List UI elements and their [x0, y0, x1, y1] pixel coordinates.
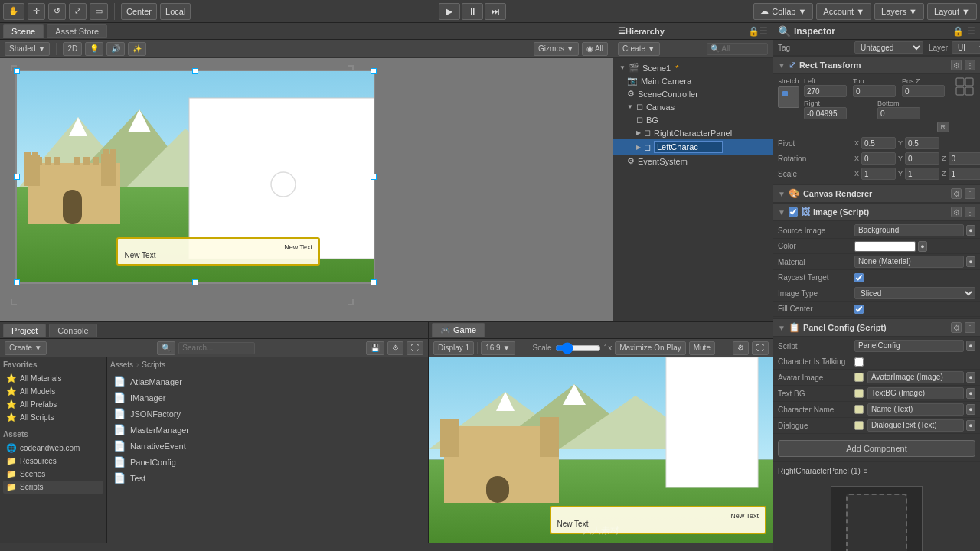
- scale-y[interactable]: [905, 168, 939, 180]
- light-button[interactable]: 💡: [85, 42, 103, 56]
- hierarchy-item-scenecontroller[interactable]: ⚙ SceneController: [613, 87, 773, 100]
- right-input[interactable]: [804, 107, 847, 119]
- rect-transform-section[interactable]: ▼ ⤢ Rect Transform ⚙ ⋮: [773, 56, 980, 74]
- proj-settings-btn[interactable]: ⚙: [387, 341, 403, 355]
- rt-gear[interactable]: ⚙: [951, 60, 962, 70]
- mute-btn[interactable]: Mute: [689, 341, 715, 355]
- asset-scenes[interactable]: 📁 Scenes: [3, 468, 103, 481]
- shaded-dropdown[interactable]: Shaded ▼: [5, 42, 50, 56]
- 2d-button[interactable]: 2D: [63, 42, 82, 56]
- play-button[interactable]: ▶: [439, 3, 460, 20]
- gizmos-dropdown[interactable]: Gizmos ▼: [534, 42, 579, 56]
- fill-center-checkbox[interactable]: [854, 305, 864, 314]
- script-jsonfactory[interactable]: 📄 JSONFactory: [110, 406, 425, 422]
- game-maximize[interactable]: ⛶: [752, 341, 769, 355]
- rt-reset-btn[interactable]: R: [937, 122, 950, 132]
- scene-tab[interactable]: Scene: [3, 24, 44, 38]
- script-imanager[interactable]: 📄 IManager: [110, 390, 425, 406]
- is-more[interactable]: ⋮: [965, 207, 975, 217]
- scale-z[interactable]: [949, 168, 980, 180]
- leftchar-name-input[interactable]: [654, 141, 723, 153]
- hierarchy-item-rightchar[interactable]: ▶ ◻ RightCharacterPanel: [613, 126, 773, 139]
- maximize-play-btn[interactable]: Maximize On Play: [615, 341, 686, 355]
- handle-mid-left[interactable]: [14, 174, 20, 180]
- hierarchy-item-bg[interactable]: ◻ BG: [613, 113, 773, 126]
- tag-select[interactable]: Untagged: [854, 41, 923, 54]
- dialogue-dot[interactable]: ●: [966, 420, 975, 431]
- display-dropdown[interactable]: Display 1: [433, 341, 474, 355]
- handle-bot-center[interactable]: [192, 279, 198, 285]
- tool-move[interactable]: ✛: [28, 3, 45, 20]
- pc-gear[interactable]: ⚙: [951, 322, 962, 333]
- fav-all-prefabs[interactable]: ⭐ All Prefabs: [3, 398, 103, 411]
- scale-slider[interactable]: [555, 344, 601, 353]
- layout-button[interactable]: Layout ▼: [927, 3, 977, 20]
- all-layers-dropdown[interactable]: ◉ All: [582, 42, 608, 56]
- handle-top-right[interactable]: [371, 68, 377, 74]
- local-toggle[interactable]: Local: [160, 3, 191, 20]
- source-image-field[interactable]: Background: [854, 224, 964, 236]
- pc-more[interactable]: ⋮: [965, 322, 975, 333]
- layers-button[interactable]: Layers ▼: [874, 3, 924, 20]
- ratio-dropdown[interactable]: 16:9 ▼: [481, 341, 514, 355]
- rt-more[interactable]: ⋮: [965, 60, 975, 70]
- script-narrativeevent[interactable]: 📄 NarrativeEvent: [110, 438, 425, 454]
- script-test[interactable]: 📄 Test: [110, 470, 425, 486]
- raycast-checkbox[interactable]: [854, 273, 864, 282]
- hierarchy-menu[interactable]: ☰: [760, 26, 768, 37]
- hierarchy-item-scene[interactable]: ▼ 🎬 Scene1 *: [613, 61, 773, 74]
- left-input[interactable]: [804, 85, 847, 97]
- rot-x[interactable]: [861, 152, 896, 165]
- effects-button[interactable]: ✨: [128, 42, 146, 56]
- game-settings[interactable]: ⚙: [733, 341, 749, 355]
- charname-dot[interactable]: ●: [966, 404, 975, 415]
- posz-input[interactable]: [902, 85, 945, 97]
- save-layout-btn[interactable]: 💾: [366, 341, 384, 355]
- hierarchy-search[interactable]: [707, 43, 768, 55]
- handle-mid-right[interactable]: [371, 174, 377, 180]
- color-swatch[interactable]: [854, 241, 916, 252]
- add-component-button[interactable]: Add Component: [778, 440, 975, 457]
- hierarchy-item-eventsystem[interactable]: ⚙ EventSystem: [613, 155, 773, 168]
- bottom-input[interactable]: [877, 107, 920, 119]
- account-button[interactable]: Account ▼: [816, 3, 871, 20]
- asset-resources[interactable]: 📁 Resources: [3, 455, 103, 468]
- asset-codeandweb[interactable]: 🌐 codeandweb.com: [3, 442, 103, 455]
- asset-store-tab[interactable]: Asset Store: [47, 24, 107, 38]
- cr-gear[interactable]: ⚙: [951, 188, 962, 199]
- script-field[interactable]: PanelConfig: [854, 340, 964, 352]
- collab-button[interactable]: ☁ Collab ▼: [753, 3, 813, 20]
- asset-scripts[interactable]: 📁 Scripts: [3, 481, 103, 494]
- is-gear[interactable]: ⚙: [951, 207, 962, 217]
- scale-x[interactable]: [861, 168, 896, 180]
- source-image-dot[interactable]: ●: [966, 225, 975, 236]
- dialogue-field[interactable]: DialogueText (Text): [867, 419, 964, 432]
- image-script-section[interactable]: ▼ 🖼 Image (Script) ⚙ ⋮: [773, 203, 980, 221]
- rot-z[interactable]: [949, 152, 980, 165]
- charname-field[interactable]: Name (Text): [867, 403, 964, 416]
- avatar-field[interactable]: AvatarImage (Image): [867, 371, 964, 383]
- char-talking-checkbox[interactable]: [854, 357, 864, 367]
- console-tab[interactable]: Console: [49, 324, 96, 337]
- game-viewport[interactable]: New Text New Text 人人素材: [429, 357, 773, 543]
- material-dot[interactable]: ●: [966, 256, 975, 267]
- image-type-select[interactable]: Sliced Simple Tiled Filled: [854, 287, 975, 299]
- script-panelconfig[interactable]: 📄 PanelConfig: [110, 454, 425, 470]
- inspector-menu-btn[interactable]: ☰: [967, 26, 975, 37]
- inspector-lock-btn[interactable]: 🔒: [952, 26, 964, 37]
- fav-all-materials[interactable]: ⭐ All Materials: [3, 372, 103, 385]
- tool-rect[interactable]: ▭: [90, 3, 108, 20]
- script-mastermanager[interactable]: 📄 MasterManager: [110, 422, 425, 438]
- pivot-y[interactable]: [905, 137, 939, 149]
- project-search[interactable]: [178, 342, 255, 354]
- script-atlasmanager[interactable]: 📄 AtlasManager: [110, 373, 425, 390]
- fav-all-models[interactable]: ⭐ All Models: [3, 385, 103, 398]
- center-toggle[interactable]: Center: [121, 3, 157, 20]
- script-dot[interactable]: ●: [966, 341, 975, 351]
- image-enabled-checkbox[interactable]: [789, 207, 798, 217]
- rot-y[interactable]: [905, 152, 939, 165]
- color-dot[interactable]: ●: [918, 241, 927, 252]
- cr-more[interactable]: ⋮: [965, 188, 975, 199]
- hierarchy-lock[interactable]: 🔒: [748, 26, 760, 37]
- material-field[interactable]: None (Material): [854, 256, 964, 268]
